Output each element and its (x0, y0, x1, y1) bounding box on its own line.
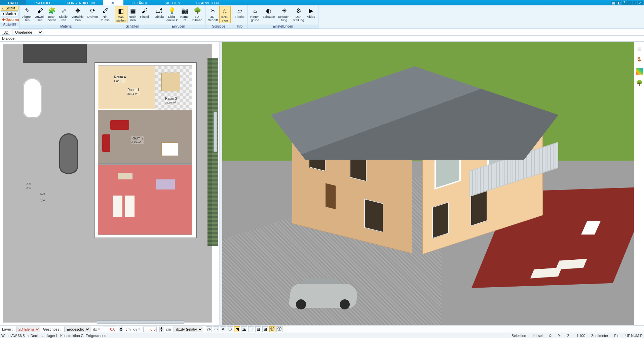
ribbon-group-sonstige: ✂3D- Schnitt⎌Kolli- sionSonstige (205, 5, 232, 29)
maximize-icon[interactable]: □ (633, 1, 637, 5)
palette-icon[interactable]: ■ (636, 68, 643, 75)
tab-konstruktion[interactable]: KONSTRUKTION (59, 0, 103, 5)
3d-bitmap-label: 3D- Bitmap (192, 15, 202, 22)
layer-select[interactable]: Urgelände (12, 30, 43, 35)
ribbon-flaeche[interactable]: ▱Fläche (234, 6, 246, 19)
dialogs-bar: Dialoge: (0, 36, 644, 42)
bottom-tool-2[interactable]: ❖ (220, 326, 226, 332)
tab-3d[interactable]: 3D (103, 0, 123, 5)
sofa-2 (102, 134, 110, 152)
kollision-label: Kolli- sion (221, 15, 228, 22)
ribbon-3d-bitmap[interactable]: 🌳3D- Bitmap (191, 6, 204, 23)
select-button[interactable]: ▭ Selekt (1, 6, 18, 11)
ribbon-pinsel[interactable]: 🖌Pinsel (139, 6, 150, 19)
tab-sichten[interactable]: SICHTEN (157, 0, 188, 5)
3d-canvas[interactable] (222, 42, 644, 325)
tab-projekt[interactable]: PROJEKT (26, 0, 59, 5)
dx-step-down[interactable]: ▾ (119, 329, 123, 332)
ribbon-rechnen[interactable]: ▦Rech- nen (127, 6, 139, 23)
bottom-tool-5[interactable]: ⛰ (241, 326, 247, 332)
side-toolbar: ≣ 🪑 ■ 🌳 (634, 42, 644, 325)
app-icon2[interactable]: ◧ (616, 1, 621, 5)
dy-step-down[interactable]: ▾ (159, 329, 163, 332)
room2-label: Raum 26,45 m² (131, 136, 144, 144)
ribbon-verschieben[interactable]: ✥Verschie- ben (70, 6, 86, 23)
ribbon-drehen[interactable]: ⟳Drehen (86, 6, 99, 19)
dx-input[interactable] (103, 327, 116, 332)
dy-unit: cm (166, 327, 171, 331)
2d-plan-view[interactable]: Raum 42,88 m² Raum 120,11 m² Raum 325,90… (0, 42, 220, 325)
ribbon-darstellen[interactable]: ◧Dar- stellen (115, 6, 127, 23)
garage-room[interactable] (98, 164, 192, 235)
geschoss-combo[interactable]: Erdgeschos (64, 327, 90, 332)
tab-datei[interactable]: DATEI (0, 0, 26, 5)
bottom-tool-1[interactable]: ▭ (213, 326, 219, 332)
furniture-icon[interactable]: 🪑 (636, 56, 643, 63)
bottom-tool-9[interactable]: Ⓝ (269, 326, 275, 332)
status-z: Z: (567, 334, 570, 338)
bottom-tool-3[interactable]: ⬠ (227, 326, 233, 332)
layer-combo[interactable]: 2D-Elemen (16, 327, 40, 332)
ribbon-kamera[interactable]: 📷Kame- ra (179, 6, 191, 23)
bottom-tool-7[interactable]: ▦ (255, 326, 261, 332)
dim-578: 5,78 (40, 192, 45, 195)
options-button[interactable]: ✚ Optionen (1, 17, 18, 22)
garage-slab (23, 44, 87, 63)
group-label: Info (232, 25, 248, 29)
3d-view[interactable]: ≣ 🪑 ■ 🌳 (222, 42, 644, 325)
ribbon-group-einstellungen: ⌂Hinter- grund◐Schatten☀Beleuch- tung⚙Da… (248, 5, 318, 29)
status-ratio: 1:1 sel (532, 334, 542, 338)
ribbon-zuweisen[interactable]: 🖌Zuwei- sen (34, 6, 46, 23)
ribbon-3d-schnitt[interactable]: ✂3D- Schnitt (207, 6, 219, 23)
ribbon-skalieren[interactable]: ⤢Skalie- ren (58, 6, 70, 23)
ribbon-video[interactable]: ▶Video (305, 6, 317, 19)
ribbon-kollision[interactable]: ⎌Kolli- sion (219, 6, 231, 23)
window-r1 (432, 202, 449, 239)
tab-bearbeiten[interactable]: BEARBEITEN (188, 0, 227, 5)
bottom-tool-4[interactable]: ⬔ (234, 326, 240, 332)
kamera-label: Kame- ra (180, 15, 190, 22)
ribbon-lichtquelle[interactable]: 💡Licht- quelle ▾ (165, 6, 179, 23)
ribbon-abgreifen[interactable]: ✎Abgrei- fen (21, 6, 34, 23)
room-2[interactable]: Raum 26,45 m² (98, 110, 192, 164)
car-3d (290, 278, 357, 308)
tree-icon[interactable]: 🌳 (636, 79, 643, 86)
floorplan-canvas[interactable]: Raum 42,88 m² Raum 120,11 m² Raum 325,90… (3, 44, 212, 323)
dim-600: 6,00 (40, 199, 45, 202)
status-selection: Selektion (512, 334, 526, 338)
mark-button[interactable]: ✦ Mark. ▾ (1, 11, 18, 16)
coord-mode-combo[interactable]: dx,dy (relativ ka (174, 327, 203, 332)
ribbon-darstellung[interactable]: ⚙Dar- stellung (292, 6, 306, 23)
layer-label: Layer : (2, 327, 13, 331)
pinsel-label: Pinsel (140, 15, 149, 18)
ribbon-hintergrund[interactable]: ⌂Hinter- grund (249, 6, 261, 23)
room-1[interactable]: Raum 42,88 m² Raum 120,11 m² (98, 66, 155, 109)
bed-1 (118, 173, 132, 179)
darstellen-label: Dar- stellen (116, 15, 125, 22)
bottom-tool-10[interactable]: ⓘ (276, 326, 282, 332)
bottom-tool-6[interactable]: ⬚ (248, 326, 254, 332)
ribbon-schatten2[interactable]: ◐Schatten (261, 6, 277, 19)
tab-gelaende[interactable]: GELÄNDE (123, 0, 156, 5)
ribbon-hin-punsel[interactable]: 🖊Hin. Punsel (99, 6, 112, 23)
dx-label: dx = (93, 327, 100, 331)
ribbon-group-schatten: ◧Dar- stellen▦Rech- nen🖌PinselSchatten (113, 5, 152, 29)
layers-icon[interactable]: ≣ (636, 45, 643, 52)
bottom-tool-0[interactable]: ◷ (206, 326, 212, 332)
ribbon-bearbeiten[interactable]: 🧩Bear- beiten (46, 6, 58, 23)
2d-scrollbar-h[interactable] (97, 321, 184, 324)
help-icon[interactable]: ? (622, 1, 627, 5)
mode-indicator: 3D (2, 30, 10, 35)
ribbon-beleuchtung[interactable]: ☀Beleuch- tung (276, 6, 292, 23)
minimize-icon[interactable]: – (627, 1, 632, 5)
beleuchtung-icon: ☀ (280, 7, 288, 15)
bottom-tool-8[interactable]: ⊞ (262, 326, 268, 332)
dy-input[interactable] (143, 327, 157, 332)
ribbon-group-info: ▱FlächeInfo (232, 5, 248, 29)
2d-scrollbar-v[interactable] (214, 112, 217, 152)
hintergrund-icon: ⌂ (251, 7, 259, 15)
video-label: Video (307, 15, 315, 18)
app-icon[interactable]: ▦ (611, 1, 616, 5)
close-icon[interactable]: ✕ (638, 1, 643, 5)
ribbon-objekt[interactable]: 🛋Objekt (153, 6, 165, 19)
